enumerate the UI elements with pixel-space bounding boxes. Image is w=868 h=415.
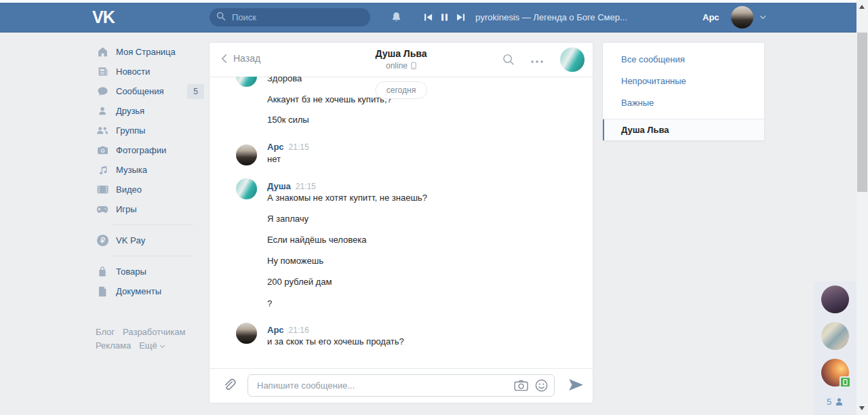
footer-link-more[interactable]: Ещё [139, 340, 165, 351]
groups-icon [96, 125, 109, 136]
filter-important[interactable]: Важные [603, 92, 764, 114]
search-icon [216, 12, 226, 24]
music-icon [96, 165, 109, 176]
unread-count-badge: 5 [187, 84, 204, 99]
message-text: Здорова [267, 77, 302, 83]
search-input[interactable] [231, 12, 363, 23]
sender-name[interactable]: Арс [267, 325, 284, 335]
message-text: 150к силы [267, 115, 309, 125]
sidebar-item-my-page[interactable]: Моя Страница [92, 42, 204, 62]
sidebar-item-label: Музыка [116, 165, 147, 175]
chat-search-icon[interactable] [502, 54, 515, 66]
message-avatar[interactable] [236, 323, 257, 344]
video-icon [96, 184, 109, 195]
games-icon [96, 205, 109, 214]
sidebar-item-label: Друзья [116, 106, 144, 116]
message-composer [210, 368, 593, 403]
scrollbar-thumb[interactable] [857, 33, 867, 192]
next-track-icon[interactable] [456, 13, 465, 22]
sidebar-item-label: Документы [116, 286, 161, 296]
notifications-bell-icon[interactable] [391, 11, 402, 26]
more-actions-icon[interactable] [531, 60, 543, 63]
sidebar-item-label: Моя Страница [116, 47, 176, 57]
now-playing-track[interactable]: pyrokinesis — Легенда о Боге Смер... [475, 12, 627, 22]
message-text: Аккаунт бз не хочешь купить,? [267, 94, 392, 104]
sidebar-footer: БлогРазработчикам РекламаЕщё [92, 325, 204, 353]
message-input[interactable] [256, 380, 507, 391]
sidebar-item-photos[interactable]: Фотографии [92, 140, 204, 160]
mobile-online-badge [840, 376, 851, 388]
scroll-up-arrow[interactable] [859, 5, 865, 9]
friends-online-counter[interactable]: 5 [814, 397, 856, 407]
back-label: Назад [233, 53, 260, 64]
message-avatar[interactable] [236, 178, 257, 199]
sidebar-item-groups[interactable]: Группы [92, 121, 204, 140]
page-scrollbar[interactable] [856, 0, 868, 415]
message-header: Арс21:16 [267, 325, 309, 335]
shopping-bag-icon [96, 266, 109, 277]
sidebar-item-label: Новости [116, 66, 150, 77]
sender-name[interactable]: Душа [267, 181, 291, 191]
sidebar-item-label: Фотографии [116, 145, 166, 155]
active-conversation-item[interactable]: Душа Льва [603, 119, 764, 140]
camera-icon[interactable] [514, 380, 528, 391]
footer-link-developers[interactable]: Разработчикам [123, 327, 185, 337]
sidebar-item-messages[interactable]: Сообщения 5 [92, 81, 204, 101]
online-friend-avatar[interactable] [821, 322, 849, 350]
message-input-wrapper [248, 374, 555, 397]
sidebar-item-video[interactable]: Видео [92, 180, 204, 199]
chevron-down-icon[interactable] [760, 15, 766, 20]
message-text: Я заплачу [267, 214, 309, 224]
filter-all-messages[interactable]: Все сообщения [603, 49, 764, 71]
online-friend-avatar[interactable] [821, 359, 849, 387]
sidebar-divider [112, 224, 193, 225]
message-header: Арс21:15 [267, 142, 309, 152]
topbar-user-name[interactable]: Арс [703, 12, 719, 22]
person-icon [835, 397, 844, 406]
vk-logo[interactable]: VK [92, 7, 115, 27]
news-icon [96, 66, 109, 77]
send-icon[interactable] [568, 378, 584, 391]
sidebar-item-news[interactable]: Новости [92, 62, 204, 81]
sidebar-item-label: Группы [116, 125, 145, 136]
back-button[interactable]: Назад [221, 53, 260, 64]
smiley-icon[interactable] [535, 379, 548, 392]
message-time: 21:16 [289, 325, 309, 335]
sidebar-item-music[interactable]: Музыка [92, 160, 204, 180]
sidebar-item-goods[interactable]: Товары [92, 262, 204, 281]
global-search[interactable] [210, 8, 370, 26]
date-separator[interactable]: сегодня [375, 81, 427, 99]
attach-paperclip-icon[interactable] [222, 378, 237, 393]
message-text: Ну поможешь [267, 256, 323, 266]
message-text: ? [267, 298, 272, 309]
sidebar-item-friends[interactable]: Друзья [92, 101, 204, 121]
message-text: и за скок ты его хочешь продать? [267, 336, 404, 347]
sidebar-item-documents[interactable]: Документы [92, 281, 204, 301]
chevron-down-icon [159, 344, 165, 349]
sidebar-item-label: Сообщения [116, 86, 164, 96]
footer-link-ads[interactable]: Реклама [96, 340, 131, 351]
chat-peer-avatar[interactable] [560, 47, 585, 72]
chat-status: online [386, 61, 416, 71]
sidebar-item-games[interactable]: Игры [92, 199, 204, 219]
sidebar-item-vkpay[interactable]: ₽ VK Pay [92, 231, 204, 250]
message-avatar[interactable] [236, 144, 257, 165]
message-time: 21:15 [296, 182, 316, 191]
footer-link-blog[interactable]: Блог [96, 327, 115, 337]
message-avatar[interactable] [236, 77, 257, 87]
previous-track-icon[interactable] [424, 13, 433, 22]
topbar-user-avatar[interactable] [731, 6, 753, 28]
sender-name[interactable]: Арс [267, 142, 284, 152]
mobile-phone-icon [411, 62, 416, 70]
messages-icon [96, 85, 109, 97]
chat-title[interactable]: Душа Льва [311, 48, 491, 59]
online-friend-avatar[interactable] [821, 285, 849, 313]
pause-icon[interactable] [440, 13, 449, 22]
sidebar-item-label: Видео [116, 184, 142, 195]
scroll-down-arrow[interactable] [859, 406, 865, 410]
photos-icon [96, 145, 109, 155]
filter-unread[interactable]: Непрочитанные [603, 71, 764, 92]
message-text: нет [267, 154, 281, 164]
friends-online-rail: 5 [814, 281, 856, 415]
chat-panel: Назад Душа Льва online сегодня Здорова А… [209, 42, 593, 403]
